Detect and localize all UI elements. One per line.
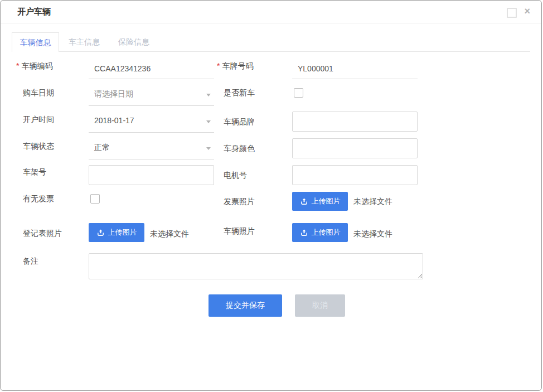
motor-number-field <box>292 165 418 185</box>
required-mark: * <box>16 61 19 70</box>
frame-number-input[interactable] <box>89 166 214 185</box>
caret-down-icon <box>206 94 211 96</box>
purchase-date-placeholder: 请选择日期 <box>94 89 133 99</box>
vehicle-code-label: *车辆编码 <box>16 60 52 71</box>
open-account-vehicle-dialog: 开户车辆 × 车辆信息 车主信息 保险信息 *车辆编码 *车牌号码 购车日期 请… <box>0 0 542 391</box>
vehicle-brand-field <box>292 112 418 132</box>
invoice-photo-label: 发票照片 <box>224 196 255 207</box>
maximize-icon[interactable] <box>507 8 517 18</box>
vehicle-status-value: 正常 <box>94 143 110 153</box>
required-mark: * <box>217 61 220 70</box>
body-color-field <box>292 138 418 158</box>
tab-vehicle-info[interactable]: 车辆信息 <box>12 32 59 52</box>
purchase-date-label: 购车日期 <box>23 87 54 98</box>
remarks-label: 备注 <box>23 255 38 267</box>
vehicle-code-field <box>89 58 214 79</box>
vehicle-status-label: 车辆状态 <box>23 141 54 152</box>
upload-icon <box>96 229 105 237</box>
tab-insurance-info[interactable]: 保险信息 <box>109 32 158 51</box>
plate-number-field <box>292 58 418 79</box>
open-time-select[interactable]: 2018-01-17 <box>89 112 214 133</box>
registration-photo-label: 登记表照片 <box>23 228 62 239</box>
frame-number-field <box>89 165 214 185</box>
vehicle-photo-label: 车辆照片 <box>224 225 255 236</box>
open-time-value: 2018-01-17 <box>94 116 134 125</box>
cancel-button[interactable]: 取消 <box>295 294 345 317</box>
invoice-photo-upload-button[interactable]: 上传图片 <box>292 192 348 211</box>
has-invoice-checkbox[interactable] <box>90 194 100 204</box>
vehicle-status-select[interactable]: 正常 <box>89 138 214 159</box>
purchase-date-select[interactable]: 请选择日期 <box>89 85 214 106</box>
dialog-title: 开户车辆 <box>17 7 51 17</box>
caret-down-icon <box>206 120 211 123</box>
registration-photo-file-status: 未选择文件 <box>150 229 189 239</box>
tab-owner-info[interactable]: 车主信息 <box>60 32 109 51</box>
tab-bar: 车辆信息 车主信息 保险信息 <box>12 32 530 52</box>
vehicle-photo-upload-button[interactable]: 上传图片 <box>292 223 348 242</box>
is-new-vehicle-checkbox[interactable] <box>294 88 303 98</box>
upload-icon <box>300 229 308 237</box>
body-color-label: 车身颜色 <box>224 143 255 154</box>
vehicle-brand-input[interactable] <box>293 112 417 131</box>
vehicle-code-input[interactable] <box>89 58 214 79</box>
motor-number-input[interactable] <box>293 166 417 185</box>
vehicle-brand-label: 车辆品牌 <box>224 116 255 127</box>
is-new-vehicle-label: 是否新车 <box>224 87 255 98</box>
upload-button-label: 上传图片 <box>312 228 341 238</box>
upload-button-label: 上传图片 <box>312 196 341 206</box>
upload-button-label: 上传图片 <box>108 228 137 238</box>
upload-icon <box>300 197 308 206</box>
body-color-input[interactable] <box>293 139 417 158</box>
invoice-photo-file-status: 未选择文件 <box>353 197 392 207</box>
dialog-header: 开户车辆 × <box>1 1 541 23</box>
frame-number-label: 车架号 <box>23 166 46 177</box>
submit-save-button[interactable]: 提交并保存 <box>209 294 282 317</box>
motor-number-label: 电机号 <box>224 170 247 181</box>
remarks-textarea[interactable] <box>89 253 423 279</box>
open-time-label: 开户时间 <box>23 114 54 125</box>
close-icon[interactable]: × <box>524 6 530 17</box>
plate-number-input[interactable] <box>292 58 418 79</box>
vehicle-photo-file-status: 未选择文件 <box>353 229 392 239</box>
caret-down-icon <box>206 147 211 150</box>
plate-number-label: *车牌号码 <box>217 60 253 71</box>
registration-photo-upload-button[interactable]: 上传图片 <box>89 223 144 242</box>
has-invoice-label: 有无发票 <box>23 193 54 204</box>
